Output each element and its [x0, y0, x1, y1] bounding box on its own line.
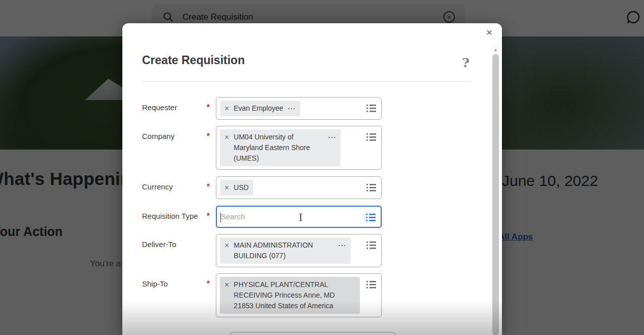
company-field[interactable]: × UM04 University of Maryland Eastern Sh… [216, 126, 382, 170]
field-label: Company [142, 132, 174, 141]
create-requisition-dialog: × Create Requisition ? Requester * × Eva… [122, 23, 502, 335]
selected-value-pill: × PHYSICAL PLANT/CENTRAL RECEIVING Princ… [220, 277, 360, 314]
field-row-grant: Grant [142, 332, 476, 335]
selected-value-pill: × MAIN ADMINISTRATION BUILDING (077) ··· [220, 237, 351, 264]
required-marker: * [207, 132, 210, 141]
remove-icon[interactable]: × [224, 132, 229, 142]
prompt-menu-icon[interactable] [366, 241, 376, 250]
prompt-menu-icon[interactable] [366, 104, 376, 113]
text-caret [220, 213, 221, 222]
pill-value: UM04 University of Maryland Eastern Shor… [234, 132, 324, 164]
selected-value-pill: × UM04 University of Maryland Eastern Sh… [220, 129, 341, 166]
remove-icon[interactable]: × [224, 240, 229, 251]
ship-to-field[interactable]: × PHYSICAL PLANT/CENTRAL RECEIVING Princ… [216, 273, 382, 317]
screen: Create Requisition × What's Happening Ju… [0, 0, 644, 335]
field-label: Currency [142, 182, 173, 192]
requester-field[interactable]: × Evan Employee ··· [216, 97, 382, 120]
remove-icon[interactable]: × [224, 103, 229, 114]
ibeam-mouse-cursor: I [299, 212, 303, 223]
field-label: Requisition Type [142, 212, 198, 221]
dialog-title: Create Requisition [142, 54, 245, 67]
scroll-up-icon[interactable]: ▲ [494, 45, 498, 54]
field-row-currency: Currency * × USD [142, 176, 476, 199]
prompt-menu-icon[interactable] [366, 133, 376, 141]
requisition-form: Requester * × Evan Employee ··· [142, 97, 476, 335]
pill-value: MAIN ADMINISTRATION BUILDING (077) [234, 240, 334, 261]
required-marker: * [207, 182, 210, 192]
related-actions-icon[interactable]: ··· [288, 103, 296, 114]
scrollbar-thumb[interactable] [492, 54, 499, 335]
help-icon[interactable]: ? [462, 56, 470, 70]
requisition-type-field[interactable]: I [216, 206, 382, 228]
selected-value-pill: × USD [220, 180, 253, 196]
field-row-company: Company * × UM04 University of Maryland … [142, 126, 476, 170]
prompt-menu-icon[interactable] [366, 280, 376, 289]
field-label: Requester [142, 103, 177, 112]
required-marker: * [207, 103, 210, 112]
field-row-requisition-type: Requisition Type * I [142, 206, 476, 228]
related-actions-icon[interactable]: ··· [338, 240, 346, 251]
required-marker: * [207, 212, 210, 221]
grant-field[interactable] [230, 332, 395, 335]
field-label: Deliver-To [142, 240, 176, 249]
prompt-menu-icon[interactable] [366, 183, 376, 192]
deliver-to-field[interactable]: × MAIN ADMINISTRATION BUILDING (077) ··· [216, 234, 382, 267]
field-row-ship-to: Ship-To * × PHYSICAL PLANT/CENTRAL RECEI… [142, 273, 476, 317]
pill-value: Evan Employee [234, 103, 283, 114]
modal-scrollbar[interactable]: ▲ [492, 45, 499, 335]
requisition-type-search-input[interactable] [220, 210, 296, 221]
selected-value-pill: × Evan Employee ··· [220, 101, 300, 116]
currency-field[interactable]: × USD [216, 176, 382, 199]
close-icon[interactable]: × [483, 27, 495, 39]
field-row-deliver-to: Deliver-To × MAIN ADMINISTRATION BUILDIN… [142, 234, 476, 267]
field-label: Ship-To [142, 279, 168, 289]
remove-icon[interactable]: × [224, 182, 229, 193]
required-marker: * [207, 279, 210, 289]
remove-icon[interactable]: × [224, 279, 229, 290]
prompt-menu-icon[interactable] [366, 213, 376, 222]
field-row-requester: Requester * × Evan Employee ··· [142, 97, 476, 120]
divider [142, 81, 472, 81]
pill-value: PHYSICAL PLANT/CENTRAL RECEIVING Princes… [234, 279, 355, 311]
pill-value: USD [234, 182, 249, 193]
related-actions-icon[interactable]: ··· [328, 132, 336, 142]
